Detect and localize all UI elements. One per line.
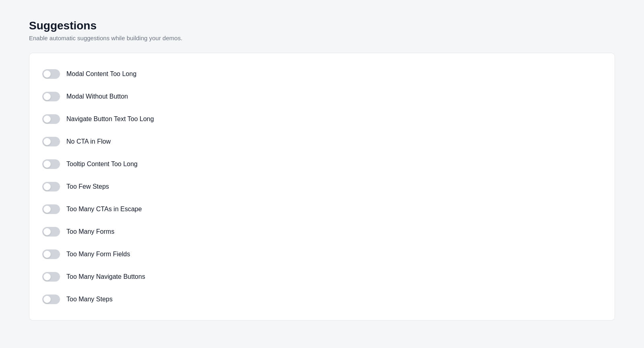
suggestion-label: Too Few Steps — [66, 183, 109, 190]
toggle-too-many-forms[interactable] — [42, 227, 60, 237]
toggle-too-many-navigate-buttons[interactable] — [42, 272, 60, 282]
suggestion-item: Tooltip Content Too Long — [42, 153, 602, 175]
toggle-track — [42, 272, 60, 282]
toggle-thumb — [43, 183, 51, 190]
toggle-too-many-ctas-in-escape[interactable] — [42, 204, 60, 214]
toggle-track — [42, 249, 60, 259]
suggestion-item: Too Many Steps — [42, 288, 602, 311]
toggle-thumb — [43, 228, 51, 235]
toggle-thumb — [43, 138, 51, 145]
suggestion-item: Too Many CTAs in Escape — [42, 198, 602, 220]
suggestion-label: No CTA in Flow — [66, 138, 111, 145]
toggle-track — [42, 114, 60, 124]
suggestion-label: Too Many Navigate Buttons — [66, 273, 145, 280]
suggestion-label: Navigate Button Text Too Long — [66, 115, 154, 123]
toggle-thumb — [43, 115, 51, 123]
suggestion-item: Too Many Navigate Buttons — [42, 266, 602, 288]
toggle-modal-without-button[interactable] — [42, 92, 60, 101]
suggestion-item: No CTA in Flow — [42, 130, 602, 153]
toggle-track — [42, 159, 60, 169]
toggle-track — [42, 69, 60, 79]
toggle-thumb — [43, 93, 51, 100]
toggle-track — [42, 137, 60, 146]
suggestion-item: Modal Content Too Long — [42, 63, 602, 85]
page-title: Suggestions — [29, 19, 615, 32]
suggestion-item: Modal Without Button — [42, 85, 602, 108]
toggle-no-cta-in-flow[interactable] — [42, 137, 60, 146]
page-header: Suggestions Enable automatic suggestions… — [29, 19, 615, 41]
toggle-track — [42, 92, 60, 101]
toggle-thumb — [43, 251, 51, 258]
suggestion-label: Too Many Steps — [66, 296, 113, 303]
suggestion-label: Too Many CTAs in Escape — [66, 206, 142, 213]
suggestion-item: Too Few Steps — [42, 175, 602, 198]
toggle-tooltip-content-too-long[interactable] — [42, 159, 60, 169]
suggestion-label: Too Many Forms — [66, 228, 114, 235]
suggestion-item: Too Many Form Fields — [42, 243, 602, 266]
toggle-modal-content-too-long[interactable] — [42, 69, 60, 79]
suggestions-card: Modal Content Too Long Modal Without But… — [29, 53, 615, 321]
toggle-track — [42, 182, 60, 192]
toggle-too-few-steps[interactable] — [42, 182, 60, 192]
suggestion-label: Modal Content Too Long — [66, 70, 136, 78]
toggle-thumb — [43, 161, 51, 168]
suggestion-label: Tooltip Content Too Long — [66, 161, 138, 168]
toggle-thumb — [43, 273, 51, 280]
toggle-navigate-button-text-too-long[interactable] — [42, 114, 60, 124]
suggestion-label: Modal Without Button — [66, 93, 128, 100]
page-subtitle: Enable automatic suggestions while build… — [29, 35, 615, 41]
suggestion-item: Navigate Button Text Too Long — [42, 108, 602, 130]
suggestion-label: Too Many Form Fields — [66, 251, 130, 258]
toggle-too-many-form-fields[interactable] — [42, 249, 60, 259]
toggle-thumb — [43, 70, 51, 78]
toggle-too-many-steps[interactable] — [42, 294, 60, 304]
toggle-track — [42, 227, 60, 237]
suggestion-item: Too Many Forms — [42, 220, 602, 243]
toggle-track — [42, 204, 60, 214]
toggle-track — [42, 294, 60, 304]
toggle-thumb — [43, 296, 51, 303]
toggle-thumb — [43, 206, 51, 213]
